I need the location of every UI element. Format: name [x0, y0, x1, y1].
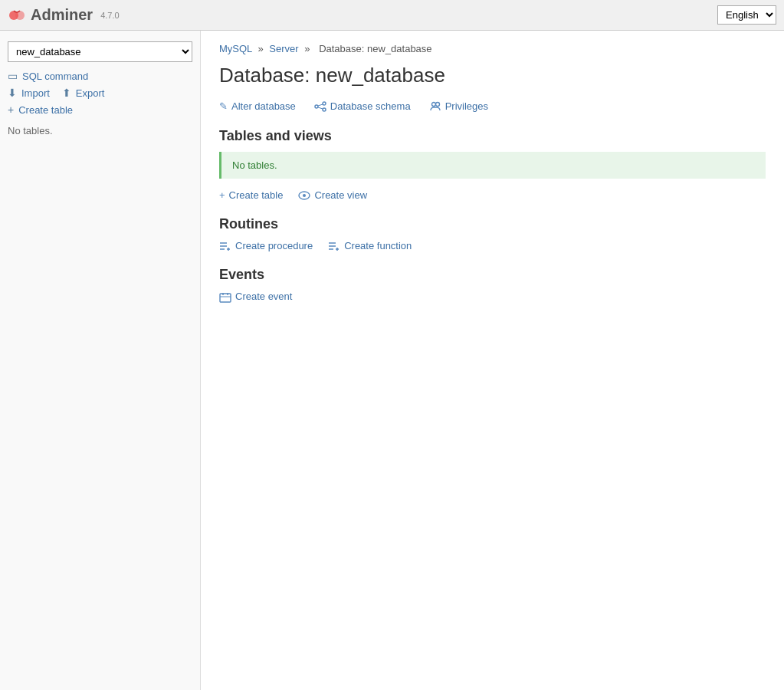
database-actions: ✎ Alter database Database schema: [219, 100, 766, 113]
adminer-version: 4.7.0: [100, 11, 119, 20]
routines-actions-row: Create procedure Create function: [219, 240, 766, 252]
schema-icon: [314, 100, 326, 113]
svg-point-8: [435, 102, 439, 106]
eye-icon: [298, 189, 310, 201]
svg-line-6: [318, 107, 323, 109]
svg-point-2: [315, 105, 318, 108]
sql-command-icon: ▭: [8, 70, 18, 82]
plus-icon: +: [219, 189, 225, 201]
sidebar-import[interactable]: ⬇ Import: [8, 87, 50, 99]
database-schema-link[interactable]: Database schema: [314, 100, 411, 113]
breadcrumb-mysql[interactable]: MySQL: [219, 43, 252, 54]
routines-title: Routines: [219, 216, 766, 232]
table-actions-row: + Create table Create view: [219, 189, 766, 201]
svg-rect-21: [220, 294, 231, 302]
svg-point-4: [323, 108, 326, 111]
calendar-icon: [219, 291, 231, 303]
create-view-link[interactable]: Create view: [298, 189, 367, 201]
svg-point-3: [323, 102, 326, 105]
list-plus-function-icon: [328, 240, 340, 252]
sidebar-export[interactable]: ⬆ Export: [62, 87, 105, 99]
export-icon: ⬆: [62, 87, 71, 99]
adminer-logo-icon: [8, 6, 26, 25]
create-event-link[interactable]: Create event: [219, 291, 292, 303]
create-procedure-link[interactable]: Create procedure: [219, 240, 313, 252]
language-select[interactable]: English: [717, 5, 776, 25]
svg-point-10: [303, 194, 306, 197]
tables-views-title: Tables and views: [219, 128, 766, 144]
database-select[interactable]: new_database: [8, 41, 192, 62]
create-table-icon: +: [8, 104, 14, 116]
breadcrumb-server[interactable]: Server: [269, 43, 298, 54]
no-tables-notice: No tables.: [219, 152, 766, 179]
events-actions-row: Create event: [219, 291, 766, 303]
events-title: Events: [219, 267, 766, 283]
breadcrumb-db: Database: new_database: [319, 43, 431, 54]
sidebar-sql-command[interactable]: ▭ SQL command: [8, 70, 192, 82]
page-title: Database: new_database: [219, 64, 766, 87]
pencil-icon: ✎: [219, 100, 228, 112]
import-icon: ⬇: [8, 87, 17, 99]
svg-point-7: [431, 102, 435, 106]
sidebar-no-tables-msg: No tables.: [0, 119, 200, 143]
adminer-logo-text: Adminer: [31, 6, 93, 24]
sidebar-create-table[interactable]: + Create table: [8, 104, 192, 116]
create-table-link[interactable]: + Create table: [219, 189, 283, 201]
create-function-link[interactable]: Create function: [328, 240, 412, 252]
svg-line-5: [318, 104, 323, 106]
list-plus-procedure-icon: [219, 240, 231, 252]
privileges-link[interactable]: Privileges: [429, 100, 488, 113]
privileges-icon: [429, 100, 441, 113]
breadcrumb: MySQL » Server » Database: new_database: [219, 43, 766, 54]
alter-database-link[interactable]: ✎ Alter database: [219, 100, 296, 112]
